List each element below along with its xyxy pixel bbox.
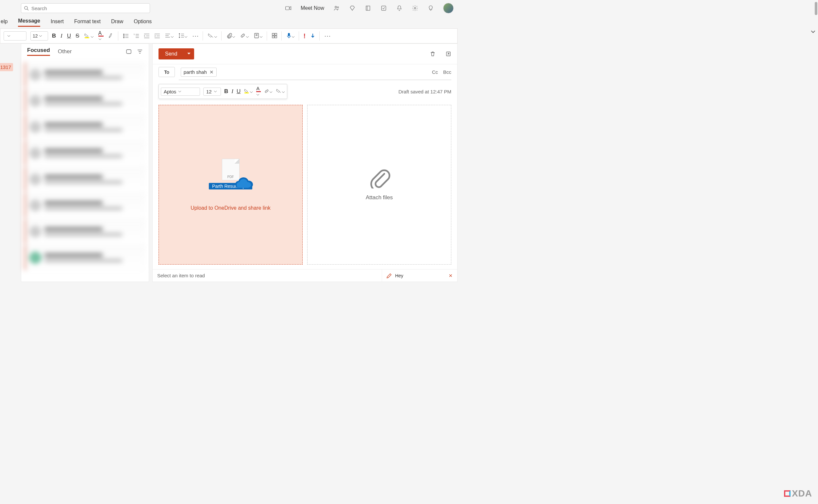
low-importance-button[interactable] — [310, 33, 315, 39]
popout-icon[interactable] — [446, 51, 451, 57]
onedrive-drop-zone[interactable]: Parth Resume.pdf Upload to OneDrive and … — [158, 105, 303, 265]
send-options-button[interactable] — [184, 48, 194, 59]
remove-recipient-icon[interactable]: ✕ — [209, 69, 214, 75]
list-item[interactable] — [25, 115, 145, 139]
apps-button[interactable] — [271, 33, 277, 40]
ribbon: 12 B I U S A 1 ⋯ ! ⋯ — [0, 29, 458, 43]
recipient-chip[interactable]: parth shah ✕ — [181, 68, 217, 77]
font-size-select[interactable]: 12 — [30, 31, 48, 41]
svg-rect-37 — [126, 50, 131, 54]
mini-color-button[interactable]: A — [256, 86, 261, 97]
focused-tab[interactable]: Focused — [27, 47, 50, 56]
svg-rect-6 — [381, 6, 385, 10]
send-button[interactable]: Send — [158, 48, 184, 59]
mini-link-button[interactable] — [264, 89, 272, 95]
svg-rect-2 — [286, 7, 289, 10]
list-item[interactable]: ZL — [25, 245, 145, 270]
topbar-actions: Meet Now — [285, 3, 454, 13]
list-item[interactable] — [25, 141, 145, 166]
outdent-button[interactable] — [144, 33, 150, 39]
tab-options[interactable]: Options — [134, 19, 152, 26]
indent-button[interactable] — [154, 33, 160, 39]
cc-button[interactable]: Cc — [432, 69, 438, 75]
teams-icon[interactable] — [333, 5, 340, 11]
clear-format-button[interactable] — [108, 33, 114, 40]
strikethrough-button[interactable]: S — [75, 33, 79, 39]
mini-italic-button[interactable]: I — [231, 88, 233, 95]
attach-drop-text: Attach files — [366, 194, 393, 201]
tab-insert[interactable]: Insert — [51, 19, 64, 26]
onenote-icon[interactable] — [365, 5, 371, 11]
tab-format-text[interactable]: Format text — [74, 19, 101, 26]
dictate-button[interactable] — [286, 33, 295, 40]
bcc-button[interactable]: Bcc — [443, 69, 451, 75]
discard-icon[interactable] — [430, 51, 436, 57]
bell-icon[interactable] — [396, 5, 402, 11]
svg-rect-33 — [275, 33, 277, 35]
mini-font-select[interactable]: Aptos — [161, 88, 200, 96]
filter-icon[interactable] — [137, 49, 143, 55]
send-split-button[interactable]: Send — [158, 48, 194, 59]
underline-button[interactable]: U — [67, 33, 71, 39]
bullets-button[interactable] — [123, 33, 129, 39]
tab-message[interactable]: Message — [18, 18, 40, 27]
other-tab[interactable]: Other — [58, 48, 72, 55]
svg-rect-5 — [366, 6, 370, 10]
tips-icon[interactable] — [428, 5, 434, 11]
align-button[interactable] — [165, 33, 174, 40]
tab-draw[interactable]: Draw — [111, 19, 123, 26]
avatar[interactable] — [443, 3, 454, 13]
italic-button[interactable]: I — [60, 33, 62, 39]
mini-styles-button[interactable] — [276, 89, 285, 95]
more-formatting-button[interactable]: ⋯ — [192, 32, 199, 40]
list-item[interactable] — [25, 89, 145, 113]
recipient-name: parth shah — [184, 69, 207, 75]
font-color-button[interactable]: A — [98, 30, 104, 42]
svg-point-7 — [415, 8, 416, 9]
highlight-button[interactable] — [84, 33, 94, 40]
search-input[interactable] — [31, 6, 147, 11]
svg-rect-8 — [85, 37, 89, 38]
pencil-icon — [386, 273, 392, 278]
tab-help[interactable]: elp — [1, 19, 8, 26]
draft-tab[interactable]: Hey ✕ — [382, 269, 457, 282]
floating-format-toolbar: Aptos 12 B I U A — [158, 84, 287, 99]
search-box[interactable] — [21, 3, 150, 13]
message-list-items[interactable]: ZL — [21, 59, 149, 282]
more-commands-button[interactable]: ⋯ — [324, 32, 331, 40]
svg-point-0 — [25, 6, 27, 9]
attach-drop-zone[interactable]: Attach files — [307, 105, 451, 265]
link-button[interactable] — [240, 33, 249, 40]
list-item[interactable] — [25, 167, 145, 192]
font-name-select[interactable] — [4, 31, 26, 41]
meet-now-button[interactable]: Meet Now — [301, 5, 324, 11]
mini-underline-button[interactable]: U — [237, 88, 240, 95]
premium-icon[interactable] — [349, 5, 355, 11]
unread-count-badge: 1317 — [0, 63, 13, 71]
mini-bold-button[interactable]: B — [224, 88, 228, 95]
onedrive-drop-text: Upload to OneDrive and share link — [190, 205, 270, 211]
list-item[interactable] — [25, 62, 145, 87]
bold-button[interactable]: B — [52, 33, 56, 39]
signature-button[interactable] — [253, 33, 263, 40]
gear-icon[interactable] — [412, 5, 418, 11]
paperclip-icon — [368, 169, 391, 188]
styles-button[interactable] — [207, 33, 217, 40]
svg-rect-36 — [288, 33, 290, 36]
spacing-button[interactable] — [178, 33, 188, 40]
close-draft-tab-icon[interactable]: ✕ — [449, 273, 453, 278]
to-button[interactable]: To — [158, 67, 175, 77]
mini-size-select[interactable]: 12 — [203, 88, 221, 96]
importance-button[interactable]: ! — [303, 32, 306, 40]
select-mode-icon[interactable] — [126, 49, 132, 55]
search-icon — [24, 6, 29, 11]
list-item[interactable] — [25, 193, 145, 218]
list-item[interactable] — [25, 219, 145, 244]
svg-line-1 — [27, 9, 28, 10]
numbering-button[interactable]: 1 — [133, 33, 139, 39]
svg-point-11 — [123, 36, 124, 37]
mini-highlight-button[interactable] — [244, 89, 253, 95]
video-icon[interactable] — [285, 5, 291, 11]
attach-button[interactable] — [226, 33, 235, 40]
todo-icon[interactable] — [380, 5, 387, 11]
